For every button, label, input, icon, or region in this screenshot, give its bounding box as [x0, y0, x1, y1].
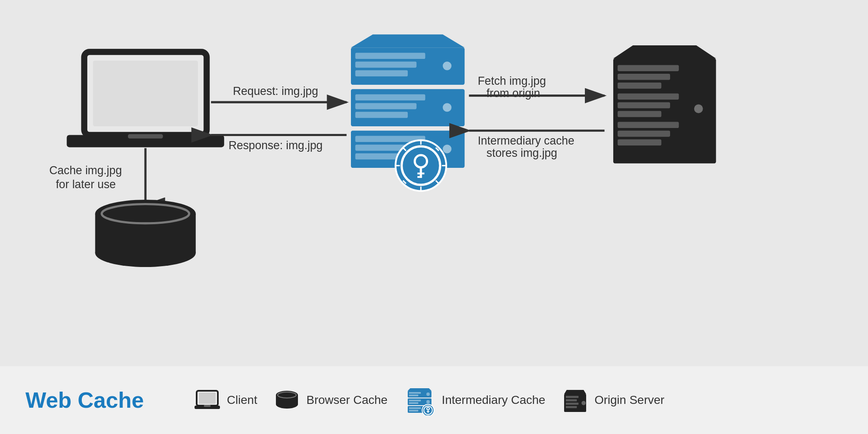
legend-item-client: Client — [195, 390, 257, 410]
intermediary-cache-icon — [404, 385, 435, 415]
browser-cache-label: Browser Cache — [306, 393, 387, 407]
svg-rect-30 — [566, 396, 579, 398]
legend-bar: Web Cache Client Browser Cache — [0, 366, 868, 434]
svg-rect-18 — [409, 402, 418, 404]
legend-item-intermediary-cache: Intermediary Cache — [404, 385, 545, 415]
server-stripe1c — [355, 70, 408, 76]
svg-marker-28 — [564, 390, 586, 394]
origin-stripe2 — [618, 74, 670, 80]
origin-stripe3 — [618, 83, 661, 89]
origin-server-icon — [562, 388, 588, 412]
svg-point-9 — [276, 400, 298, 409]
intermediary-label-line1: Intermediary cache — [478, 134, 574, 147]
origin-cap — [613, 45, 716, 58]
svg-point-15 — [426, 392, 430, 396]
svg-marker-11 — [408, 388, 431, 391]
legend-title: Web Cache — [25, 387, 144, 413]
svg-rect-31 — [566, 399, 577, 401]
svg-rect-22 — [409, 410, 418, 412]
origin-stripe4 — [618, 94, 679, 100]
server-led2 — [443, 103, 452, 112]
server-stripe1b — [355, 61, 416, 67]
client-label: Client — [227, 393, 257, 407]
svg-rect-33 — [566, 406, 577, 408]
fetch-label-line2: from origin — [487, 87, 540, 100]
server-led3 — [443, 145, 452, 153]
svg-rect-14 — [409, 395, 418, 396]
origin-stripe7 — [618, 122, 679, 128]
intermediary-cache-label: Intermediary Cache — [442, 393, 545, 407]
svg-rect-6 — [204, 405, 211, 407]
svg-rect-21 — [409, 407, 421, 409]
fetch-label-line1: Fetch img.jpg — [478, 75, 546, 87]
server-blue-cap1 — [351, 34, 465, 47]
diagram-area: Cache img.jpg for later use Request: img… — [0, 0, 868, 366]
db-bottom-ellipse — [95, 239, 196, 267]
origin-stripe5 — [618, 102, 670, 108]
server-led1 — [443, 61, 452, 70]
svg-rect-32 — [566, 403, 579, 405]
svg-rect-4 — [199, 392, 216, 404]
server-stripe1a — [355, 53, 425, 59]
svg-point-19 — [426, 400, 430, 403]
origin-led — [694, 104, 703, 113]
laptop-screen — [93, 61, 198, 126]
server-stripe2a — [355, 95, 425, 100]
origin-server-label: Origin Server — [595, 393, 665, 407]
cache-label-line2: for later use — [56, 178, 116, 191]
origin-stripe9 — [618, 139, 661, 145]
server-stripe2c — [355, 112, 408, 118]
legend-item-browser-cache: Browser Cache — [274, 390, 387, 410]
intermediary-label-line2: stores img.jpg — [487, 147, 557, 159]
server-stripe2b — [355, 103, 416, 109]
legend-item-origin-server: Origin Server — [562, 388, 665, 412]
origin-stripe8 — [618, 131, 670, 136]
svg-rect-17 — [409, 400, 421, 401]
browser-cache-icon — [274, 390, 300, 410]
origin-stripe1 — [618, 65, 679, 71]
origin-stripe6 — [618, 111, 661, 117]
response-label: Response: img.jpg — [228, 139, 323, 152]
legend-items: Client Browser Cache — [195, 385, 664, 415]
request-label: Request: img.jpg — [233, 85, 318, 97]
client-icon — [195, 390, 220, 410]
cache-label-line1: Cache img.jpg — [49, 164, 122, 177]
laptop-notch — [128, 134, 163, 138]
svg-rect-13 — [409, 392, 421, 394]
svg-point-34 — [581, 401, 586, 405]
